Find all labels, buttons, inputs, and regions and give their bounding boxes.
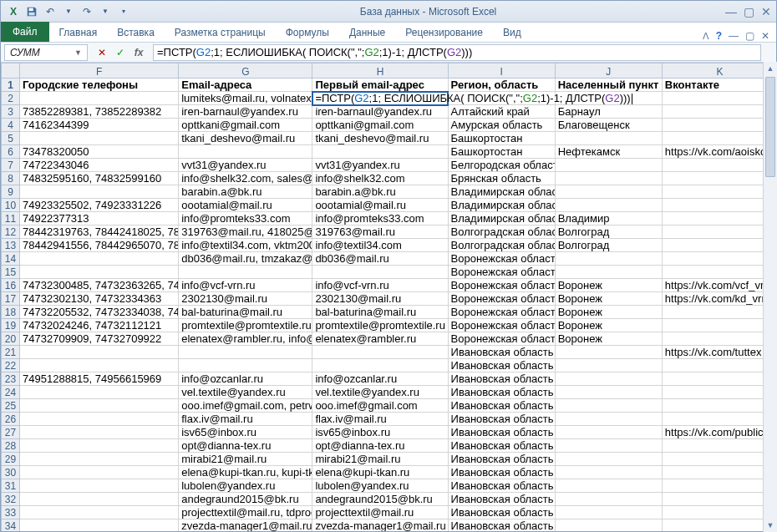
cell[interactable]: isv65@inbox.ru	[312, 426, 448, 439]
col-header-F[interactable]: F	[20, 63, 179, 79]
cell[interactable]: zvezda-manager1@mail.ru	[312, 519, 448, 532]
cell[interactable]: tkani_deshevo@mail.ru	[179, 132, 312, 145]
cell[interactable]: promtextile@promtextile.ru	[312, 319, 448, 332]
cell[interactable]: Воронежская область	[448, 252, 555, 266]
ribbon-window-close-icon[interactable]: ✕	[761, 30, 769, 42]
chevron-down-icon[interactable]: ▼	[61, 4, 76, 19]
cell[interactable]: isv65@inbox.ru	[179, 426, 312, 439]
cell[interactable]: Воронежская область	[448, 332, 555, 346]
cell[interactable]	[555, 506, 662, 519]
row-header[interactable]: 11	[2, 212, 20, 225]
cell[interactable]	[555, 185, 662, 199]
cell[interactable]	[662, 493, 776, 506]
cell[interactable]: iren-barnaul@yandex.ru	[312, 105, 448, 119]
cell[interactable]	[555, 519, 662, 532]
cell[interactable]	[662, 413, 776, 426]
cell[interactable]	[555, 493, 662, 506]
cell[interactable]: Волгоград	[555, 225, 662, 239]
row-header[interactable]: 18	[2, 306, 20, 319]
cell[interactable]: Ивановская область	[448, 426, 555, 439]
cell[interactable]	[662, 185, 776, 199]
help-icon[interactable]: ?	[716, 30, 722, 42]
cell[interactable]: zvezda-manager1@mail.ru	[179, 519, 312, 532]
cell[interactable]	[662, 319, 776, 332]
cell[interactable]	[662, 399, 776, 413]
cell[interactable]: Ивановская область	[448, 399, 555, 413]
header-cell[interactable]: Городские телефоны	[20, 79, 179, 92]
spreadsheet-grid[interactable]: F G H I J K 1Городские телефоныEmail-адр…	[1, 63, 776, 531]
cell[interactable]	[555, 252, 662, 266]
row-header[interactable]: 29	[2, 453, 20, 466]
cell[interactable]: 74162344399	[20, 119, 179, 132]
cell[interactable]	[20, 506, 179, 519]
close-icon[interactable]: ✕	[761, 5, 771, 18]
row-header[interactable]: 7	[2, 159, 20, 172]
cell[interactable]	[179, 346, 312, 359]
cell[interactable]	[662, 519, 776, 532]
cell[interactable]: https://vk.com/vcf_vrn	[662, 279, 776, 292]
vertical-scrollbar[interactable]: ▲ ▼	[763, 62, 777, 532]
cell[interactable]	[20, 413, 179, 426]
cell[interactable]: elena@kupi-tkan.ru, kupi-tkan@	[179, 466, 312, 479]
cell[interactable]	[555, 199, 662, 212]
cell[interactable]: Воронежская область	[448, 306, 555, 319]
row-header[interactable]: 6	[2, 145, 20, 159]
cell[interactable]: vel.textile@yandex.ru	[179, 386, 312, 399]
cell[interactable]: 319763@mail.ru	[312, 225, 448, 239]
header-cell[interactable]: Регион, область	[448, 79, 555, 92]
row-header[interactable]: 3	[2, 105, 20, 119]
cell[interactable]	[555, 479, 662, 493]
cell[interactable]: 74832595160, 74832599160	[20, 172, 179, 185]
tab-formulas[interactable]: Формулы	[276, 23, 339, 42]
cell[interactable]	[555, 132, 662, 145]
chevron-down-icon[interactable]: ▼	[74, 48, 82, 57]
cell[interactable]: info@vcf-vrn.ru	[312, 279, 448, 292]
cell[interactable]: info@ozcanlar.ru	[312, 372, 448, 386]
cell[interactable]: andegraund2015@bk.ru	[312, 493, 448, 506]
cell[interactable]: info@shelk32.com	[312, 172, 448, 185]
cell[interactable]	[20, 493, 179, 506]
cell[interactable]	[312, 346, 448, 359]
cell[interactable]: lubolen@yandex.ru	[179, 479, 312, 493]
cell[interactable]: elenatex@rambler.ru, info@ze	[179, 332, 312, 346]
cell[interactable]	[555, 159, 662, 172]
cell[interactable]: db036@mail.ru	[312, 252, 448, 266]
cell[interactable]: Воронежская область	[448, 292, 555, 306]
row-header[interactable]: 17	[2, 292, 20, 306]
cell[interactable]: 78442319763, 78442418025, 7844	[20, 225, 179, 239]
row-header[interactable]: 4	[2, 119, 20, 132]
cell[interactable]: Владимирская область	[448, 185, 555, 199]
cell[interactable]: Ивановская область	[448, 372, 555, 386]
ribbon-window-max-icon[interactable]: ▢	[745, 30, 754, 42]
col-header-J[interactable]: J	[555, 63, 662, 79]
cell[interactable]: ooo.imef@gmail.com	[312, 399, 448, 413]
cell[interactable]: info@vcf-vrn.ru	[179, 279, 312, 292]
cell[interactable]: opttkani@gmail.com	[312, 119, 448, 132]
col-header-K[interactable]: K	[662, 63, 776, 79]
row-header[interactable]: 9	[2, 185, 20, 199]
cell[interactable]: Благовещенск	[555, 119, 662, 132]
cell[interactable]	[662, 159, 776, 172]
cell[interactable]: opt@dianna-tex.ru	[312, 439, 448, 453]
cell[interactable]	[179, 145, 312, 159]
cell[interactable]: Ивановская область	[448, 466, 555, 479]
cell[interactable]: opttkani@gmail.com	[179, 119, 312, 132]
cell[interactable]: Воронежская область	[448, 266, 555, 279]
tab-home[interactable]: Главная	[49, 23, 108, 42]
cell[interactable]: promtextile@promtextile.ru	[179, 319, 312, 332]
row-header[interactable]: 27	[2, 426, 20, 439]
cell[interactable]: lubolen@yandex.ru	[312, 479, 448, 493]
cell[interactable]: 74732205532, 74732334038, 7473	[20, 306, 179, 319]
minimize-icon[interactable]: —	[725, 5, 737, 18]
row-header[interactable]: 21	[2, 346, 20, 359]
accept-formula-icon[interactable]: ✓	[113, 45, 128, 60]
qat-customize-icon[interactable]: ▾	[116, 4, 131, 19]
cell[interactable]	[20, 453, 179, 466]
cell[interactable]	[662, 332, 776, 346]
row-header[interactable]: 26	[2, 413, 20, 426]
cell[interactable]: Амурская область	[448, 119, 555, 132]
cell[interactable]: Воронеж	[555, 292, 662, 306]
cell[interactable]: vvt31@yandex.ru	[179, 159, 312, 172]
cell[interactable]	[179, 359, 312, 372]
cell[interactable]	[662, 372, 776, 386]
